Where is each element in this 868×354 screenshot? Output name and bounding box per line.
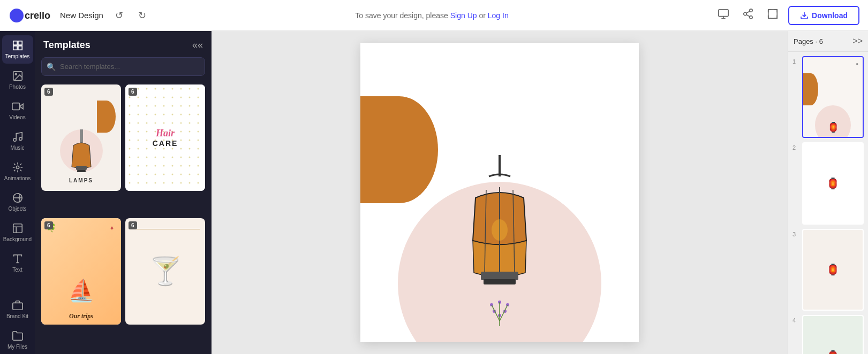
canvas-area (212, 31, 788, 354)
page-thumbnail-1[interactable]: 🏮 ● (802, 56, 864, 138)
canvas[interactable] (360, 43, 639, 342)
sidebar-item-photos[interactable]: Photos (2, 66, 33, 94)
main-layout: Templates Photos Videos Music Animations… (0, 31, 868, 354)
templates-title: Templates (43, 40, 90, 51)
template-badge: 6 (129, 88, 137, 96)
template-card-cocktail[interactable]: 6 🍸 (125, 218, 205, 325)
pages-title: Pages · 6 (794, 37, 823, 45)
icon-sidebar: Templates Photos Videos Music Animations… (0, 31, 35, 354)
svg-point-39 (492, 219, 508, 241)
sidebar-objects-label: Objects (9, 206, 27, 212)
search-input[interactable] (41, 57, 205, 76)
sidebar-item-objects[interactable]: Objects (2, 188, 33, 216)
templates-header: Templates «« (35, 31, 212, 57)
pages-header: Pages · 6 >> (788, 31, 868, 52)
svg-point-22 (16, 166, 19, 169)
svg-rect-12 (13, 41, 17, 45)
svg-rect-30 (77, 170, 86, 172)
sidebar-photos-label: Photos (9, 84, 26, 90)
page-number-3: 3 (792, 231, 799, 237)
page-thumbnail-4[interactable]: 🏮 (802, 315, 864, 354)
svg-rect-27 (12, 303, 22, 310)
page-thumbnail-3[interactable]: 🏮 (802, 229, 864, 311)
svg-rect-19 (12, 103, 19, 110)
svg-marker-18 (19, 104, 22, 109)
sidebar-item-animations[interactable]: Animations (2, 157, 33, 186)
new-design-button[interactable]: New Design (60, 11, 103, 20)
download-button[interactable]: Download (788, 6, 859, 25)
page-number-2: 2 (792, 144, 799, 151)
sidebar-my-files-label: My Files (7, 344, 27, 350)
svg-rect-29 (76, 166, 87, 170)
svg-point-20 (13, 138, 16, 142)
svg-rect-14 (13, 46, 17, 50)
sidebar-text-label: Text (12, 267, 22, 273)
template-card-trips[interactable]: 6 🍀 ✦ ⛵ Our trips (41, 218, 121, 325)
pages-panel: Pages · 6 >> 1 🏮 ● (788, 31, 868, 354)
templates-panel: Templates «« 🔍 6 (35, 31, 212, 354)
svg-point-7 (750, 16, 753, 19)
topbar-left: crello New Design ↺ ↻ (9, 7, 149, 24)
undo-button[interactable]: ↺ (112, 7, 126, 24)
topbar-right: Download (714, 5, 859, 26)
template-badge: 6 (44, 88, 53, 96)
sidebar-item-music[interactable]: Music (2, 127, 33, 155)
share-icon-button[interactable] (739, 5, 757, 26)
sidebar-templates-label: Templates (5, 53, 30, 59)
pages-expand-button[interactable]: >> (852, 36, 863, 46)
template-card-haircare[interactable]: 6 Hair CARE (125, 84, 205, 191)
sidebar-item-videos[interactable]: Videos (2, 96, 33, 125)
canvas-background (212, 31, 788, 354)
template-badge: 6 (44, 221, 53, 229)
svg-rect-24 (13, 224, 22, 233)
search-icon: 🔍 (47, 63, 56, 71)
page-thumb-2[interactable]: 2 🏮 (792, 142, 864, 224)
svg-point-6 (744, 12, 747, 16)
sidebar-brand-kit-label: Brand Kit (6, 313, 28, 319)
svg-line-9 (746, 11, 750, 13)
sidebar-animations-label: Animations (4, 175, 31, 181)
log-in-link[interactable]: Log In (488, 11, 509, 20)
svg-rect-38 (484, 279, 516, 284)
resize-icon-button[interactable] (764, 5, 782, 26)
svg-rect-2 (719, 10, 728, 17)
page-thumbnail-2[interactable]: 🏮 (802, 142, 864, 224)
svg-line-48 (500, 305, 508, 321)
page-thumb-3[interactable]: 3 🏮 (792, 229, 864, 311)
svg-point-5 (750, 9, 753, 12)
sidebar-item-templates[interactable]: Templates (2, 35, 33, 64)
svg-rect-13 (18, 41, 21, 45)
template-card-lamps[interactable]: 6 LAMPS (41, 84, 121, 191)
svg-rect-10 (768, 10, 778, 19)
svg-rect-15 (18, 46, 21, 50)
svg-text:crello: crello (25, 10, 50, 21)
svg-point-0 (10, 9, 24, 22)
page-number-4: 4 (792, 317, 799, 324)
page-thumb-1[interactable]: 1 🏮 ● (792, 56, 864, 138)
templates-grid: 6 LAMPS (35, 82, 212, 354)
topbar: crello New Design ↺ ↻ To save your desig… (0, 0, 868, 31)
present-icon-button[interactable] (714, 5, 733, 26)
svg-point-17 (15, 73, 17, 75)
sidebar-item-text[interactable]: Text (2, 249, 33, 277)
svg-point-21 (19, 137, 22, 141)
svg-line-46 (492, 305, 500, 321)
sidebar-item-background[interactable]: Background (2, 218, 33, 247)
sidebar-item-my-files[interactable]: My Files (2, 326, 33, 354)
sidebar-videos-label: Videos (9, 114, 25, 120)
page-thumb-4[interactable]: 4 🏮 (792, 315, 864, 354)
template-badge: 6 (129, 221, 137, 229)
sidebar-item-brand-kit[interactable]: Brand Kit (2, 295, 33, 324)
sidebar-background-label: Background (3, 236, 32, 242)
collapse-panel-button[interactable]: «« (192, 40, 203, 51)
page-number-1: 1 (792, 58, 799, 65)
sidebar-music-label: Music (10, 145, 24, 151)
pages-list: 1 🏮 ● 2 🏮 (788, 52, 868, 354)
svg-line-8 (746, 14, 750, 17)
sign-up-link[interactable]: Sign Up (450, 11, 477, 20)
search-box: 🔍 (41, 57, 205, 76)
svg-rect-37 (481, 272, 518, 280)
redo-button[interactable]: ↻ (135, 7, 149, 24)
crello-logo[interactable]: crello (9, 7, 51, 24)
topbar-center: To save your design, please Sign Up or L… (355, 11, 508, 20)
